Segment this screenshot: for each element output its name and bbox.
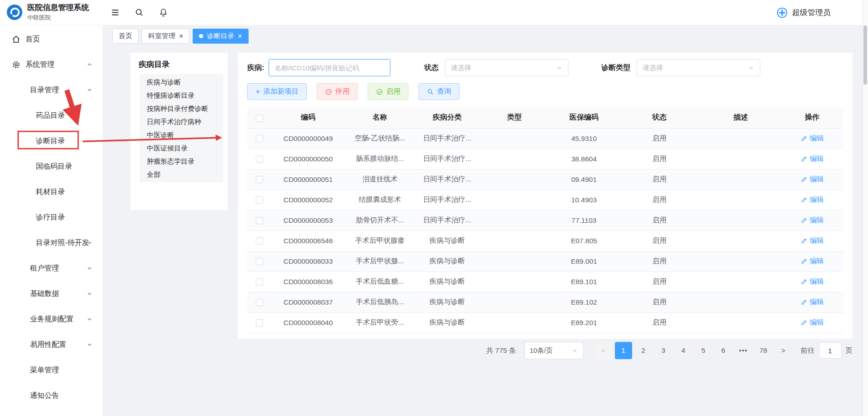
cell-description [701,271,781,292]
user-menu[interactable]: 超级管理员 [776,7,831,19]
sidebar-item-diagnosis-catalog[interactable]: 诊断目录 [0,128,103,154]
cell-category: 日间手术治疗... [415,210,479,231]
catalog-item[interactable]: 疾病与诊断 [140,75,223,89]
row-checkbox[interactable] [256,217,263,224]
next-page-button[interactable]: > [775,342,792,359]
sidebar-item-label: 诊断目录 [36,136,65,146]
sidebar-item-catalog-mapping[interactable]: 目录对照-待开发 [0,230,103,256]
tab-department-management[interactable]: 科室管理 × [142,29,190,44]
sidebar-item-basic-data[interactable]: 基础数据 [0,281,103,306]
edit-button[interactable]: 编辑 [801,236,824,246]
sidebar-item-treatment-catalog[interactable]: 诊疗目录 [0,205,103,230]
chevron-up-icon [86,61,93,68]
status-select[interactable]: 请选择 [445,59,569,76]
edit-icon [801,135,808,142]
edit-button[interactable]: 编辑 [801,175,824,184]
sidebar-item-drug-catalog[interactable]: 药品目录 [0,103,103,128]
close-icon[interactable]: × [179,33,183,40]
bell-icon[interactable] [159,8,168,17]
disease-search-input[interactable] [269,59,390,76]
row-checkbox[interactable] [256,258,263,265]
page-button-6[interactable]: 6 [715,342,732,359]
app-logo [6,4,23,20]
cell-name: 手术后低胰岛... [344,292,415,312]
tab-diagnosis-catalog[interactable]: 诊断目录 × [193,29,248,44]
search-icon[interactable] [135,8,144,17]
edit-button[interactable]: 编辑 [801,134,824,143]
catalog-item[interactable]: 肿瘤形态学目录 [140,155,223,168]
diagnosis-type-select[interactable]: 请选择 [637,59,760,76]
cell-insurance-code: 77.1103 [550,210,618,231]
col-header-status: 状态 [618,107,701,128]
prev-page-button[interactable]: < [595,342,612,359]
page-button-78[interactable]: 78 [755,342,772,359]
table-row: CD0000000050 肠系膜动脉结... 日间手术治疗... 38.8604… [247,149,843,169]
sidebar-item-label: 通知公告 [30,391,59,401]
row-checkbox[interactable] [256,155,263,163]
sidebar-item-label: 首页 [25,35,40,44]
edit-button[interactable]: 编辑 [801,195,824,205]
sidebar-item-home[interactable]: 首页 [0,26,103,52]
page-button-5[interactable]: 5 [695,342,712,359]
diagnosis-catalog-card: 疾病: 状态 请选择 诊断类型 请选择 + 添加新项目 停用 启用 [238,53,853,339]
edit-label: 编辑 [810,277,824,286]
catalog-item[interactable]: 中医证候目录 [140,141,223,155]
row-checkbox[interactable] [256,196,263,204]
edit-label: 编辑 [810,256,824,266]
catalog-item[interactable]: 按病种目录付费诊断 [140,102,223,115]
page-button-2[interactable]: 2 [635,342,652,359]
cell-name: 肋骨切开术不... [344,210,415,231]
toolbar: + 添加新项目 停用 启用 查询 [247,83,843,100]
goto-page-input[interactable] [819,342,842,359]
catalog-item[interactable]: 特慢病诊断目录 [140,89,223,102]
row-checkbox[interactable] [256,176,263,183]
sidebar-item-consumables-catalog[interactable]: 耗材目录 [0,179,103,205]
catalog-item[interactable]: 日间手术治疗病种 [140,115,223,128]
sidebar-item-national-code-catalog[interactable]: 国临码目录 [0,154,103,179]
edit-button[interactable]: 编辑 [801,277,824,286]
add-item-button[interactable]: + 添加新项目 [247,83,307,100]
sidebar-item-catalog-management[interactable]: 目录管理 [0,77,103,103]
edit-button[interactable]: 编辑 [801,297,824,307]
hamburger-icon[interactable] [110,8,120,17]
edit-button[interactable]: 编辑 [801,216,824,225]
close-icon[interactable]: × [238,33,242,40]
row-checkbox[interactable] [256,278,263,286]
sidebar-item-business-rules[interactable]: 业务规则配置 [0,306,103,332]
disable-button[interactable]: 停用 [317,83,358,100]
page-button-3[interactable]: 3 [655,342,672,359]
edit-button[interactable]: 编辑 [801,318,824,327]
enable-icon [376,88,383,95]
sidebar-item-menu-management[interactable]: 菜单管理 [0,357,103,383]
sidebar-item-system-management[interactable]: 系统管理 [0,52,103,77]
edit-button[interactable]: 编辑 [801,154,824,164]
catalog-item[interactable]: 全部 [140,168,223,181]
cell-category: 疾病与诊断 [415,231,479,251]
col-header-description: 描述 [701,107,781,128]
edit-button[interactable]: 编辑 [801,256,824,266]
page-button-4[interactable]: 4 [675,342,692,359]
row-checkbox[interactable] [256,319,263,326]
tab-home[interactable]: 首页 [112,29,139,44]
edit-label: 编辑 [810,236,824,246]
page-size-select[interactable]: 10条/页 [524,342,584,359]
cell-code: CD0000000051 [272,169,344,190]
sidebar-item-tenant-management[interactable]: 租户管理 [0,256,103,281]
catalog-item[interactable]: 中医诊断 [140,128,223,141]
edit-label: 编辑 [810,216,824,225]
query-button[interactable]: 查询 [419,83,459,100]
enable-button[interactable]: 启用 [368,83,409,100]
select-all-checkbox[interactable] [256,115,263,122]
more-pages-button[interactable]: ••• [735,342,752,359]
scrollbar-thumb[interactable] [863,25,867,85]
row-checkbox[interactable] [256,299,263,306]
cell-category: 日间手术治疗... [415,169,479,190]
sidebar-item-notice[interactable]: 通知公告 [0,383,103,408]
sidebar-item-usability-config[interactable]: 易用性配置 [0,332,103,357]
page-button-1[interactable]: 1 [615,342,632,359]
edit-icon [801,196,808,203]
row-checkbox[interactable] [256,135,263,142]
row-checkbox[interactable] [256,237,263,245]
add-item-label: 添加新项目 [264,87,299,96]
cell-type [479,271,550,292]
